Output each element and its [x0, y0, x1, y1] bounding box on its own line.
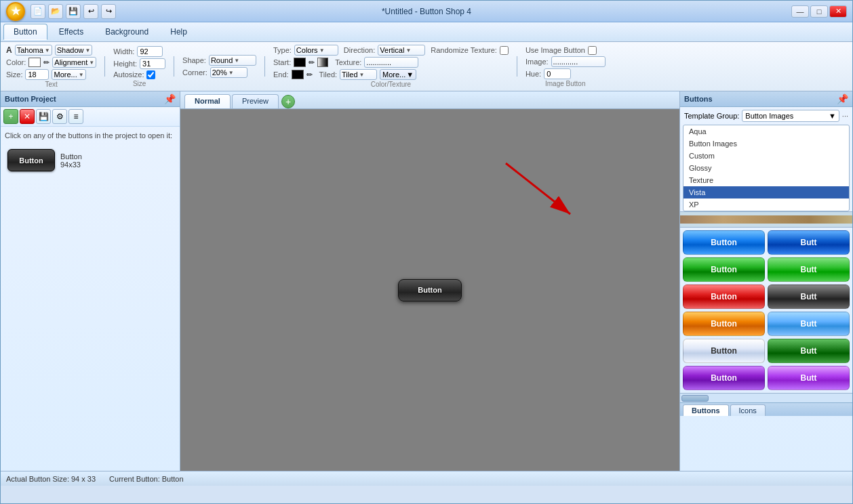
dropdown-item-vista[interactable]: Vista [683, 186, 849, 198]
list-item[interactable]: Button Button94x33 [5, 146, 176, 174]
text-section-label: Text [45, 81, 57, 88]
left-panel-toolbar: + ✕ 💾 ⚙ ≡ [1, 107, 180, 127]
start-label: Start: [273, 58, 291, 66]
grid-btn-green-2[interactable]: Butt [768, 257, 850, 282]
undo-button[interactable]: ↩ [83, 4, 98, 19]
text-section: A Tahoma ▼ Shadow ▼ Color: ✏ [6, 45, 96, 88]
colortexture-label: Color/Texture [371, 81, 411, 88]
color-box[interactable] [28, 58, 41, 67]
hue-label: Hue: [525, 70, 541, 78]
direction-select[interactable]: Vertical ▼ [378, 45, 425, 56]
start-color-box[interactable] [294, 58, 306, 67]
minimize-button[interactable]: — [791, 5, 809, 18]
new-button[interactable]: 📄 [31, 4, 45, 19]
close-button[interactable]: ✕ [829, 5, 847, 18]
svg-line-1 [506, 163, 570, 214]
horizontal-scrollbar[interactable] [680, 393, 852, 402]
end-label: End: [273, 70, 289, 79]
size-input[interactable] [25, 69, 49, 80]
save-button[interactable]: 💾 [66, 4, 81, 19]
more2-button[interactable]: More... ▼ [380, 69, 416, 80]
size-section-inner: Width: Height: Autosize: [113, 46, 165, 79]
dropdown-item-custom[interactable]: Custom [683, 150, 849, 162]
more1-select[interactable]: More... ▼ [52, 69, 85, 80]
remove-button[interactable]: ✕ [20, 109, 35, 124]
tab-preview[interactable]: Preview [232, 94, 279, 108]
corner-row: Corner: 20% ▼ [182, 67, 256, 78]
scroll-thumb[interactable] [681, 395, 709, 402]
grid-btn-lightblue-1[interactable]: Butt [768, 312, 850, 336]
grid-btn-purple-2[interactable]: Butt [768, 366, 850, 390]
font-row: A Tahoma ▼ Shadow ▼ [6, 45, 96, 56]
image-select[interactable]: ............ [551, 56, 606, 67]
pin-icon[interactable]: 📌 [164, 93, 176, 104]
grid-btn-orange-1[interactable]: Button [683, 312, 765, 336]
grid-btn-purple-1[interactable]: Button [683, 366, 765, 390]
dropdown-item-glossy[interactable]: Glossy [683, 162, 849, 174]
useimage-label: Use Image Button [525, 46, 585, 54]
grid-btn-white-1[interactable]: Button [683, 339, 765, 363]
height-input[interactable] [140, 58, 165, 69]
grid-btn-red-1[interactable]: Button [683, 285, 765, 309]
menu-button[interactable]: Button [3, 24, 47, 40]
hue-input[interactable] [544, 68, 571, 79]
save-project-button[interactable]: 💾 [36, 109, 51, 124]
settings-button[interactable]: ⚙ [52, 109, 67, 124]
panel-hint: Click on any of the buttons in the proje… [5, 131, 176, 141]
tab-normal[interactable]: Normal [184, 94, 231, 108]
end-pencil-icon[interactable]: ✏ [306, 70, 313, 79]
tiled-select[interactable]: Tiled ▼ [340, 69, 377, 80]
width-input[interactable] [137, 46, 163, 57]
dropdown-item-texture[interactable]: Texture [683, 174, 849, 186]
tiled-value: Tiled [342, 70, 357, 79]
shape-select[interactable]: Round ▼ [209, 55, 256, 66]
button-grid: Button Butt Button Butt Button Butt Butt… [680, 228, 852, 393]
grid-btn-blue-1[interactable]: Button [683, 230, 765, 255]
template-group-menu[interactable]: ··· [842, 112, 848, 120]
add-button[interactable]: + [3, 109, 18, 124]
template-group-select[interactable]: Button Images ▼ [742, 110, 839, 122]
randomize-checkbox[interactable] [500, 46, 509, 55]
menu-background[interactable]: Background [95, 24, 159, 40]
corner-select[interactable]: 20% ▼ [210, 67, 247, 78]
canvas-button[interactable]: Button [398, 279, 462, 301]
useimage-checkbox[interactable] [588, 46, 597, 55]
menu-effects[interactable]: Effects [49, 24, 94, 40]
color-pencil-icon[interactable]: ✏ [43, 58, 49, 67]
window-title: *Untitled - Button Shop 4 [382, 7, 471, 16]
texture-select[interactable]: ............ [364, 57, 418, 68]
redo-button[interactable]: ↪ [101, 4, 116, 19]
grid-btn-dark-1[interactable]: Butt [768, 285, 850, 309]
autosize-checkbox[interactable] [146, 70, 155, 79]
menu-help[interactable]: Help [160, 24, 197, 40]
add-tab-button[interactable]: + [281, 95, 295, 108]
grid-btn-blue-2[interactable]: Butt [768, 230, 850, 255]
list-button[interactable]: ≡ [68, 109, 83, 124]
tab-icons[interactable]: Icons [730, 404, 766, 416]
shadow-select[interactable]: Shadow ▼ [55, 45, 93, 56]
grid-btn-darkgreen-1[interactable]: Butt [768, 339, 850, 363]
app-window: ★ 📄 📂 💾 ↩ ↪ *Untitled - Button Shop 4 — … [0, 0, 853, 504]
more1-label: More... [54, 70, 77, 79]
right-panel: Buttons 📌 Template Group: Button Images … [679, 91, 852, 471]
end-color-box[interactable] [292, 70, 304, 79]
open-button[interactable]: 📂 [48, 4, 63, 19]
alignment-select[interactable]: Alignment ▼ [52, 57, 96, 68]
canvas-body: Button [180, 109, 679, 471]
main-layout: Button Project 📌 + ✕ 💾 ⚙ ≡ Click on any … [1, 91, 852, 471]
shadow-arrow: ▼ [85, 47, 91, 54]
dropdown-item-button-images[interactable]: Button Images [683, 138, 849, 150]
type-select[interactable]: Colors ▼ [294, 45, 338, 56]
dropdown-item-aqua[interactable]: Aqua [683, 125, 849, 138]
dropdown-item-xp[interactable]: XP [683, 198, 849, 211]
grid-btn-green-1[interactable]: Button [683, 257, 765, 282]
button-preview-thumb[interactable]: Button [7, 149, 55, 171]
template-group-row: Template Group: Button Images ▼ ··· [680, 107, 852, 125]
red-arrow [465, 150, 601, 231]
tab-buttons[interactable]: Buttons [683, 404, 729, 416]
right-pin-icon[interactable]: 📌 [837, 93, 848, 104]
maximize-button[interactable]: □ [810, 5, 828, 18]
more2-arrow: ▼ [406, 70, 414, 79]
start-pencil-icon[interactable]: ✏ [309, 58, 315, 67]
font-select[interactable]: Tahoma ▼ [15, 45, 52, 56]
